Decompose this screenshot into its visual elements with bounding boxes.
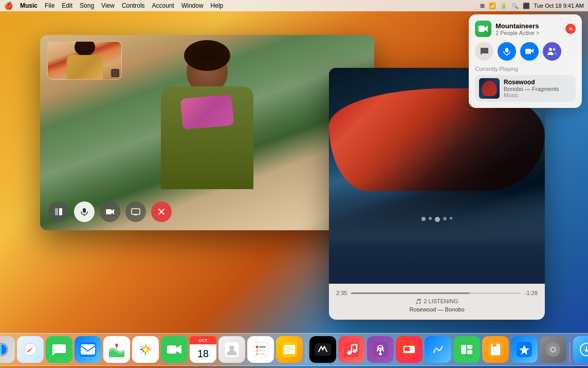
menu-help[interactable]: Help [211,2,224,9]
notif-album-art [479,78,500,99]
dock-item-launchpad[interactable] [0,336,15,363]
progress-row: 2:35 -1:28 [336,290,538,296]
camera-button[interactable] [100,201,120,222]
dock-item-photos[interactable] [132,336,159,363]
dock-item-podcasts[interactable] [367,336,394,363]
progress-track[interactable] [351,292,521,294]
notif-app-name: Mountaineers [495,22,539,30]
svg-point-43 [256,353,259,356]
apple-menu[interactable]: 🍎 [4,2,13,10]
facetime-window: ⬛ [40,35,374,230]
progress-fill [351,292,470,294]
video-action-button[interactable] [520,42,539,61]
dock-item-maps[interactable] [103,336,130,363]
svg-rect-10 [479,26,485,32]
dock-item-notes[interactable] [276,336,303,363]
dock-item-numbers[interactable] [453,336,480,363]
svg-rect-2 [83,208,86,213]
menubar: 🍎 Music File Edit Song View Controls Acc… [0,0,588,11]
dock-item-system-prefs[interactable] [540,336,566,363]
dock-item-appletv[interactable] [309,336,336,363]
svg-rect-5 [132,209,140,214]
dock-item-mail[interactable] [75,336,101,363]
svg-rect-71 [467,350,472,354]
svg-line-56 [352,344,357,345]
notif-playing-card[interactable]: Rosewood Bonobo — Fragments Music [475,75,576,102]
wifi-icon[interactable]: 📶 [489,3,496,9]
audio-action-button[interactable] [498,42,516,61]
notif-song-album: Bonobo — Fragments [504,86,559,92]
end-call-button[interactable] [151,201,172,222]
dock-item-pages[interactable] [482,336,509,363]
dock-item-music[interactable] [338,336,365,363]
svg-rect-13 [525,49,531,54]
notif-song-info: Rosewood Bonobo — Fragments Music [504,79,559,98]
dock-item-airdrop[interactable] [573,336,588,363]
menu-window[interactable]: Window [181,2,204,9]
facetime-controls [48,201,172,222]
svg-point-81 [552,348,555,351]
notif-song-title: Rosewood [504,79,559,86]
menu-extras-icon[interactable]: ⬛ [523,3,530,9]
dock-item-news[interactable] [396,336,422,363]
dock-item-contacts[interactable] [218,336,245,363]
svg-rect-38 [253,342,268,357]
menubar-right: ⊞ 📶 🔋 🔍 ⬛ Tue Oct 18 9:41 AM [480,3,584,9]
notif-header: Mountaineers 2 People Active > ✕ [475,21,576,37]
people-action-button[interactable] [543,42,561,61]
control-center-icon[interactable]: ⊞ [480,3,485,9]
search-icon[interactable]: 🔍 [511,3,519,9]
dock-item-messages[interactable] [46,336,72,363]
svg-point-15 [553,48,556,51]
svg-rect-0 [55,208,58,215]
notification-popup: Mountaineers 2 People Active > ✕ [469,14,582,108]
battery-icon[interactable]: 🔋 [500,3,507,9]
dock-item-appstore[interactable] [511,336,538,363]
svg-point-37 [229,345,234,351]
self-view-video [48,42,121,79]
menu-file[interactable]: File [45,2,54,9]
svg-rect-35 [167,345,176,354]
menu-view[interactable]: View [101,2,115,9]
self-view-thumbnail: ⬛ [47,41,122,80]
svg-point-39 [256,346,259,348]
mute-button[interactable] [74,201,95,222]
song-artist-label: Rosewood — Bonobo [409,306,464,312]
menu-app-name[interactable]: Music [20,2,38,9]
facetime-app-icon [475,21,491,37]
notif-subtitle[interactable]: 2 People Active > [495,30,539,36]
notif-close-button[interactable]: ✕ [565,24,576,34]
notif-app-info: Mountaineers 2 People Active > [495,22,539,36]
notif-actions [475,42,576,61]
dock-item-safari[interactable] [17,336,44,363]
dock-item-facetime[interactable] [161,336,188,363]
svg-rect-4 [106,209,112,214]
dock-item-reminders[interactable] [247,336,274,363]
listening-count: 2 LISTENING [424,298,458,304]
message-action-button[interactable] [475,42,493,61]
currently-playing-track: Rosewood — Bonobo [336,304,538,314]
svg-point-14 [549,48,552,51]
screen-share-button[interactable] [125,201,146,222]
dock: OCT 18 [0,333,588,366]
desktop: 🍎 Music File Edit Song View Controls Acc… [0,0,588,368]
menu-edit[interactable]: Edit [62,2,72,9]
self-view-badge: ⬛ [111,69,119,77]
sidebar-toggle-button[interactable] [48,201,69,222]
time-remaining: -1:28 [525,290,538,296]
svg-rect-70 [467,345,472,349]
dock-item-calendar[interactable]: OCT 18 [190,336,216,363]
listening-row: 🎵 2 LISTENING [336,298,538,304]
svg-rect-60 [379,353,382,355]
artwork-gradient [329,181,545,284]
svg-point-33 [144,348,147,351]
dock-item-freeform[interactable] [425,336,451,363]
svg-rect-11 [505,48,508,52]
menu-account[interactable]: Account [152,2,174,9]
svg-rect-30 [81,344,95,355]
svg-point-41 [256,349,259,352]
datetime-display[interactable]: Tue Oct 18 9:41 AM [534,3,584,9]
menu-controls[interactable]: Controls [122,2,145,9]
currently-playing-label: Currently Playing [475,66,576,72]
menu-song[interactable]: Song [80,2,94,9]
